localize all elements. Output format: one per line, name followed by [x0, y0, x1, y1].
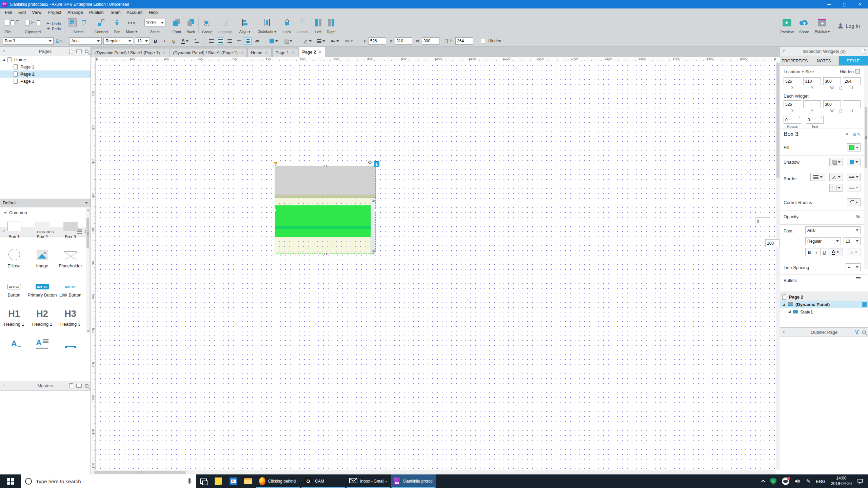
align-middle-button[interactable]: [244, 37, 252, 45]
resize-handle-w[interactable]: [274, 209, 276, 211]
italic-button[interactable]: I: [813, 248, 821, 256]
font-weight-select[interactable]: Regular: [103, 37, 133, 45]
each-w-input[interactable]: 300: [823, 100, 841, 108]
line-width-button[interactable]: [315, 37, 327, 45]
y-input[interactable]: 310: [803, 77, 821, 85]
widget-style-select[interactable]: Box 3 🗎✎: [784, 131, 861, 138]
page-item-page-1[interactable]: Page 1: [0, 63, 91, 70]
paste-icon[interactable]: [25, 20, 29, 25]
lock-button[interactable]: Lock: [281, 16, 294, 36]
menu-edit[interactable]: Edit: [15, 9, 29, 16]
font-size-select[interactable]: 13: [844, 237, 861, 245]
library-item-link-button[interactable]: BUTTONLink Button: [56, 277, 84, 298]
canvas-horizontal-scrollbar[interactable]: [91, 470, 776, 474]
inspector-page-icon[interactable]: [862, 49, 866, 54]
edit-style-icon[interactable]: 🗎✎: [55, 38, 63, 44]
underline-button[interactable]: U: [170, 37, 177, 45]
resize-handle-se[interactable]: [375, 253, 377, 255]
share-button[interactable]: Share: [796, 16, 812, 36]
preview-button[interactable]: Preview: [778, 16, 796, 36]
font-family-select[interactable]: Arial: [805, 226, 861, 234]
tab-style[interactable]: STYLE: [839, 56, 868, 65]
expand-icon[interactable]: [783, 303, 785, 306]
connect-button[interactable]: Connect: [92, 16, 111, 36]
resize-handle-n[interactable]: [324, 165, 327, 167]
hidden-checkbox[interactable]: [855, 69, 860, 74]
add-master-folder-icon[interactable]: +: [76, 384, 82, 388]
hidden-checkbox[interactable]: [481, 39, 485, 43]
sticky-notes-button[interactable]: [211, 474, 226, 488]
publish-button[interactable]: Publish ▾: [812, 16, 833, 36]
align-top-button[interactable]: [235, 37, 242, 45]
fill-color-button[interactable]: [267, 37, 280, 45]
each-h-input[interactable]: [843, 100, 861, 108]
task-view-button[interactable]: [196, 474, 211, 488]
taskbar-app-axure[interactable]: RPSlankikliu prototipa...: [391, 474, 436, 488]
y-input[interactable]: 310: [395, 37, 412, 45]
font-color-button[interactable]: A: [828, 248, 843, 256]
left-align-button[interactable]: Left: [313, 16, 324, 36]
bullets-button[interactable]: [856, 277, 861, 279]
arrow-style-button[interactable]: [847, 184, 861, 192]
opacity-input[interactable]: 100: [765, 239, 780, 247]
x-input[interactable]: 526: [369, 37, 386, 45]
align-center-button[interactable]: [217, 37, 224, 45]
library-select[interactable]: Default: [0, 199, 91, 207]
ungroup-button[interactable]: Ungroup: [215, 16, 235, 36]
highlight-color-button[interactable]: A: [847, 248, 861, 256]
show-hidden-icons-button[interactable]: [760, 474, 768, 488]
search-outline-icon[interactable]: [862, 330, 866, 334]
italic-button[interactable]: I: [161, 37, 168, 45]
expand-icon[interactable]: [788, 310, 791, 313]
action-center-button[interactable]: [854, 474, 868, 488]
library-section-common[interactable]: Common: [0, 208, 84, 217]
discord-tray-button[interactable]: [779, 474, 792, 488]
library-item-image[interactable]: Image: [28, 247, 56, 268]
minimize-button[interactable]: —: [821, 0, 837, 8]
taskbar-app-firefox[interactable]: Clicking behind hid...: [256, 474, 301, 488]
outline-item--dynamic-panel-[interactable]: (Dynamic Panel): [780, 301, 868, 308]
shadow-button[interactable]: [282, 37, 295, 45]
w-input[interactable]: 300: [823, 77, 841, 85]
add-folder-icon[interactable]: +: [76, 49, 82, 53]
fill-color-button[interactable]: [847, 143, 861, 151]
outer-shadow-button[interactable]: [829, 158, 843, 166]
bullet-list-button[interactable]: [192, 37, 201, 45]
rotate-input[interactable]: 0°: [784, 116, 801, 124]
line-spacing-select[interactable]: --: [846, 263, 861, 271]
library-item-placeholder[interactable]: Placeholder: [56, 247, 84, 268]
h-input[interactable]: 264: [843, 77, 861, 85]
line-color-button[interactable]: [301, 37, 313, 45]
library-item-heading-2[interactable]: H2Heading 2: [28, 306, 56, 327]
tab-notes[interactable]: NOTES: [809, 56, 839, 65]
taskbar-app-mail[interactable]: Inbox - Gmail - Mail: [346, 474, 391, 488]
back-button[interactable]: Back: [184, 16, 197, 36]
edit-style-icon[interactable]: 🗎✎: [852, 132, 861, 137]
border-color-button[interactable]: [829, 173, 843, 181]
ratio-icon[interactable]: [ ]: [445, 39, 448, 43]
close-button[interactable]: ✕: [852, 0, 868, 8]
taskbar-search[interactable]: Type here to search: [21, 474, 196, 488]
add-master-icon[interactable]: [69, 383, 73, 388]
x-input[interactable]: 526: [784, 77, 801, 85]
login-button[interactable]: Log In: [834, 16, 863, 36]
libraries-scrollbar[interactable]: [86, 208, 90, 333]
font-color-button[interactable]: A: [179, 37, 191, 45]
menu-help[interactable]: Help: [145, 9, 161, 16]
font-size-select[interactable]: 13: [135, 37, 150, 45]
front-button[interactable]: Front: [170, 16, 184, 36]
new-file-icon[interactable]: [5, 20, 9, 25]
bold-button[interactable]: B: [152, 37, 159, 45]
close-tab-icon[interactable]: ✕: [292, 50, 295, 55]
start-button[interactable]: [0, 474, 21, 488]
more-button[interactable]: More ▾: [123, 16, 140, 36]
library-item-box-1[interactable]: Box 1: [0, 218, 28, 239]
canvas-vertical-scrollbar[interactable]: [776, 61, 780, 470]
cut-icon[interactable]: ✂: [31, 20, 35, 26]
copy-icon[interactable]: [37, 20, 40, 25]
text-shadow-button[interactable]: [847, 158, 861, 166]
menu-account[interactable]: Account: [123, 9, 145, 16]
close-tab-icon[interactable]: ✕: [240, 50, 243, 55]
group-button[interactable]: Group: [199, 16, 215, 36]
align-button[interactable]: Align ▾: [237, 16, 253, 36]
